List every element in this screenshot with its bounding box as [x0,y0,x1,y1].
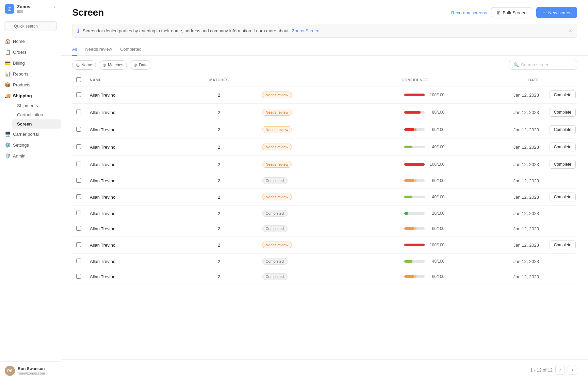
sidebar-item-shipping[interactable]: 🚚 Shipping [0,90,61,101]
user-email: ron@zonos.com [18,371,45,375]
filter-name-button[interactable]: ⊕ Name [72,60,96,70]
row-checkbox[interactable] [76,211,81,215]
row-checkbox[interactable] [76,226,81,231]
page-header: Screen Recurring screens ⊞ Bulk Screen ＋… [61,0,588,24]
table-row: Allan Trevino 2 Completed 60/100 Jan 12,… [72,173,577,188]
row-name: Allan Trevino [86,156,180,173]
row-confidence: 40/100 [306,254,449,269]
search-input[interactable] [4,21,57,31]
sidebar-item-reports[interactable]: 📊 Reports [0,68,61,79]
row-name: Allan Trevino [86,221,180,236]
row-confidence: 60/100 [306,173,449,188]
row-checkbox[interactable] [76,144,81,149]
prev-page-button[interactable]: ‹ [555,365,565,375]
row-checkbox-cell [72,173,86,188]
confidence-label: 40/100 [427,259,444,264]
row-action [543,269,577,284]
col-header-matches: MATCHES [180,74,258,86]
row-checkbox[interactable] [76,274,81,279]
sidebar-item-screen[interactable]: Screen [12,119,61,129]
sidebar-item-cartonization[interactable]: Cartonization [12,110,61,119]
row-matches: 2 [180,188,258,206]
row-confidence: 60/100 [306,269,449,284]
user-info: Ron Swanson ron@zonos.com [18,366,45,375]
filter-date-button[interactable]: ⊕ Date [130,60,151,70]
complete-button[interactable]: Complete [550,108,576,117]
row-checkbox[interactable] [76,178,81,183]
sidebar-item-admin[interactable]: 🛡️ Admin [0,150,61,161]
row-date: Jan 12, 2023 [448,254,543,269]
confidence-label: 60/100 [427,226,444,231]
row-matches: 2 [180,173,258,188]
row-checkbox[interactable] [76,194,81,199]
home-icon: 🏠 [5,38,10,44]
sidebar-item-billing[interactable]: 💳 Billing [0,57,61,68]
complete-button[interactable]: Complete [550,143,576,151]
complete-button[interactable]: Complete [550,193,576,201]
row-action: Complete [543,138,577,156]
info-banner: ℹ Screen for denied parties by entering … [72,24,577,38]
bulk-screen-button[interactable]: ⊞ Bulk Screen [491,7,532,18]
row-status: Completed [258,221,306,236]
row-status: Completed [258,173,306,188]
table-row: Allan Trevino 2 Needs review 40/100 Jan … [72,188,577,206]
banner-link-suffix: . [323,28,324,33]
sidebar-item-home[interactable]: 🏠 Home [0,36,61,47]
main-content: Screen Recurring screens ⊞ Bulk Screen ＋… [61,0,588,380]
sidebar-item-carrier-portal[interactable]: 🖥️ Carrier portal [0,129,61,139]
banner-link[interactable]: Zonos Screen [292,28,320,33]
row-action: Complete [543,188,577,206]
row-date: Jan 12, 2023 [448,269,543,284]
col-header-action [543,74,577,86]
complete-button[interactable]: Complete [550,160,576,169]
confidence-label: 60/100 [427,178,444,183]
sidebar-item-products[interactable]: 📦 Products [0,79,61,90]
tab-needs-review[interactable]: Needs review [85,43,112,56]
select-all-checkbox[interactable] [76,77,81,82]
row-checkbox[interactable] [76,242,81,247]
recurring-screens-button[interactable]: Recurring screens [451,10,487,15]
row-confidence: 40/100 [306,188,449,206]
search-wrapper: 🔍 [0,18,61,34]
row-checkbox[interactable] [76,162,81,166]
complete-button[interactable]: Complete [550,125,576,134]
sidebar-item-shipments[interactable]: Shipments [12,101,61,110]
row-action: Complete [543,86,577,104]
row-matches: 2 [180,86,258,104]
tab-all[interactable]: All [72,43,77,56]
info-icon: ℹ [77,28,79,34]
banner-close-button[interactable]: × [569,28,572,34]
row-checkbox[interactable] [76,259,81,263]
row-checkbox[interactable] [76,110,81,114]
filter-matches-button[interactable]: ⊕ Matches [99,60,127,70]
sidebar-nav: 🏠 Home 📋 Orders 💳 Billing 📊 Reports 📦 Pr… [0,34,61,361]
tab-completed[interactable]: Completed [120,43,142,56]
row-confidence: 40/100 [306,138,449,156]
row-confidence: 80/100 [306,104,449,121]
filter-matches-label: Matches [108,63,123,67]
new-screen-button[interactable]: ＋ New screen [536,7,577,18]
reports-icon: 📊 [5,71,10,77]
row-confidence: 100/100 [306,86,449,104]
new-screen-label: New screen [548,10,572,15]
row-checkbox-cell [72,254,86,269]
row-checkbox[interactable] [76,92,81,97]
screen-search[interactable]: 🔍 Search screen... [509,60,577,70]
confidence-label: 80/100 [427,110,444,115]
row-name: Allan Trevino [86,269,180,284]
row-matches: 2 [180,254,258,269]
complete-button[interactable]: Complete [550,241,576,249]
row-checkbox[interactable] [76,127,81,132]
row-date: Jan 12, 2023 [448,138,543,156]
sidebar-item-label: Products [13,82,30,87]
row-name: Allan Trevino [86,173,180,188]
pagination: 1 - 12 of 12 ‹ › [61,359,588,380]
sidebar-item-settings[interactable]: ⚙️ Settings [0,139,61,150]
row-date: Jan 12, 2023 [448,121,543,138]
row-matches: 2 [180,221,258,236]
filter-date-label: Date [139,63,147,67]
next-page-button[interactable]: › [568,365,577,375]
bulk-label: Bulk Screen [503,10,526,15]
complete-button[interactable]: Complete [550,90,576,99]
sidebar-item-orders[interactable]: 📋 Orders [0,47,61,57]
